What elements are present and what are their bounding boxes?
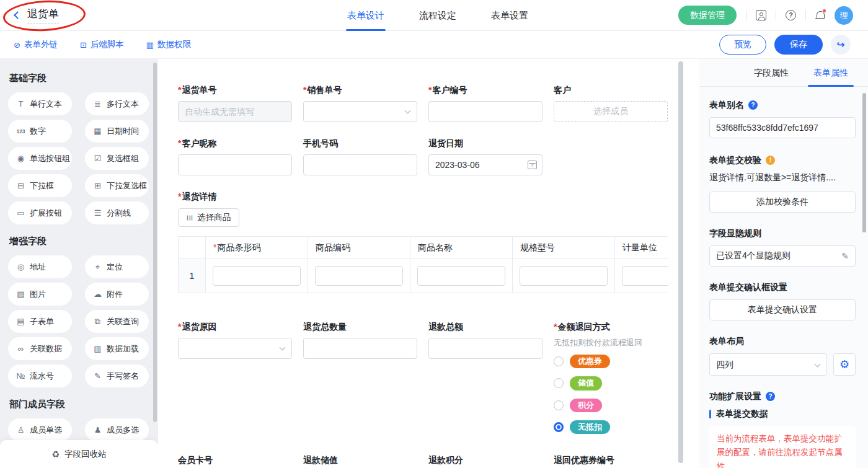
add-validation-button[interactable]: 添加校验条件 (709, 192, 856, 213)
field-pill-serial-number[interactable]: №流水号 (8, 364, 72, 387)
tab-flow-setting[interactable]: 流程设定 (419, 0, 456, 31)
avatar[interactable]: 理 (835, 6, 853, 25)
field-pill-member-multi[interactable]: ♟成员多选 (85, 418, 149, 441)
field-pill-subform[interactable]: ▤子表单 (8, 310, 72, 333)
section-marker (709, 410, 711, 418)
radio-unchecked-icon[interactable] (554, 356, 564, 366)
visibility-rules-box[interactable]: 已设置4个显隐规则 ✎ (709, 245, 856, 267)
field-return-no[interactable]: *退货单号 (178, 85, 292, 122)
field-pill-extend-button[interactable]: ▭扩展按钮 (8, 201, 72, 224)
nickname-input[interactable] (178, 154, 292, 175)
total-qty-input[interactable] (303, 338, 417, 359)
panel-scrollbar-thumb[interactable] (862, 93, 866, 232)
help-circle-icon[interactable] (748, 100, 758, 110)
field-total-qty[interactable]: 退货总数量 (303, 322, 417, 359)
form-layout-title: 表单布局 (709, 335, 856, 347)
radio-checked-icon[interactable] (554, 422, 564, 432)
layout-select[interactable]: 四列 (709, 353, 827, 376)
field-pill-multi-line-text[interactable]: ≣多行文本 (85, 92, 149, 115)
panel-tabs: 字段属性 表单属性 (699, 59, 868, 87)
notification-bell-icon[interactable] (815, 11, 825, 20)
product-code-cell-input[interactable] (315, 266, 403, 286)
contacts-icon[interactable] (756, 10, 766, 20)
header-actions: 数据管理 理 (678, 6, 868, 25)
return-date-input[interactable] (428, 154, 542, 175)
customer-no-input[interactable] (428, 101, 542, 122)
data-manage-button[interactable]: 数据管理 (678, 6, 737, 25)
tab-form-design[interactable]: 表单设计 (347, 0, 384, 31)
field-pill-radio-group[interactable]: ◉单选按钮组 (8, 147, 72, 170)
field-member-card[interactable]: 会员卡号 (178, 455, 292, 468)
backend-script-link[interactable]: ⊡ 后端脚本 (80, 39, 124, 50)
form-external-link[interactable]: ⊘ 表单外链 (14, 39, 58, 50)
field-phone[interactable]: 手机号码 (303, 138, 417, 175)
reason-select[interactable] (178, 338, 292, 359)
product-name-cell-input[interactable] (417, 266, 505, 286)
field-pill-location[interactable]: ⌖定位 (85, 255, 149, 278)
field-pill-image[interactable]: ▧图片 (8, 283, 72, 306)
field-nickname[interactable]: *客户昵称 (178, 138, 292, 175)
option-no-deduction[interactable]: 无抵扣 (554, 420, 668, 434)
sidebar-scrollbar-thumb[interactable] (153, 63, 157, 422)
share-button[interactable]: ↪ (831, 35, 851, 55)
field-customer[interactable]: 客户 选择成员 (554, 85, 668, 122)
phone-input[interactable] (303, 154, 417, 175)
data-permission-link[interactable]: ▥ 数据权限 (146, 39, 191, 50)
coupon-tag: 优惠券 (570, 355, 610, 368)
option-stored-value[interactable]: 储值 (554, 376, 668, 390)
field-pill-multi-dropdown[interactable]: ⊞下拉复选框 (85, 174, 149, 197)
field-refund-points[interactable]: 退款积分 (428, 455, 542, 468)
submit-confirm-button[interactable]: 表单提交确认设置 (709, 299, 856, 320)
radio-unchecked-icon[interactable] (554, 378, 564, 388)
canvas-scrollbar-thumb[interactable] (678, 61, 683, 463)
field-pill-data-load[interactable]: ▥数据加载 (85, 337, 149, 360)
radio-unchecked-icon[interactable] (554, 400, 564, 410)
field-pill-divider[interactable]: ☰分割线 (85, 201, 149, 224)
spec-model-cell-input[interactable] (520, 266, 608, 286)
field-refund-total[interactable]: 退款总额 (428, 322, 542, 359)
field-pill-single-line-text[interactable]: T单行文本 (8, 92, 72, 115)
refund-total-input[interactable] (428, 338, 542, 359)
field-pill-linked-query[interactable]: ⧉关联查询 (85, 310, 149, 333)
field-refund-stored[interactable]: 退款储值 (303, 455, 417, 468)
edit-pencil-icon[interactable]: ✎ (841, 251, 849, 261)
barcode-cell-input[interactable] (213, 266, 301, 286)
sales-no-select[interactable] (303, 101, 417, 122)
preview-button[interactable]: 预览 (719, 35, 766, 55)
calendar-icon[interactable] (528, 161, 537, 169)
field-customer-no[interactable]: *客户编号 (428, 85, 542, 122)
field-return-date[interactable]: 退货日期 (428, 138, 542, 175)
help-circle-icon[interactable] (766, 392, 775, 401)
select-member-box[interactable]: 选择成员 (554, 101, 668, 122)
option-points[interactable]: 积分 (554, 399, 668, 412)
field-pill-linked-data[interactable]: ∞关联数据 (8, 337, 72, 360)
field-pill-number[interactable]: 123数字 (8, 120, 72, 143)
field-pill-checkbox-group[interactable]: ☑复选框组 (85, 147, 149, 170)
field-pill-address[interactable]: ◎地址 (8, 255, 72, 278)
field-pill-member-single[interactable]: ♙成员单选 (8, 418, 72, 441)
unit-cell-input[interactable] (622, 266, 668, 286)
save-button[interactable]: 保存 (774, 35, 823, 55)
form-alias-input[interactable] (709, 117, 856, 138)
tab-form-setting[interactable]: 表单设置 (491, 0, 528, 31)
layout-settings-button[interactable]: ⚙ (833, 353, 856, 376)
tab-form-properties[interactable]: 表单属性 (813, 59, 848, 87)
no-deduction-tag: 无抵扣 (570, 420, 610, 434)
select-product-button[interactable]: ☰ 选择商品 (178, 208, 239, 227)
linked-query-icon: ⧉ (93, 317, 102, 327)
field-sales-no[interactable]: *销售单号 (303, 85, 417, 122)
field-pill-dropdown[interactable]: ⊟下拉框 (8, 174, 72, 197)
single-line-text-icon: T (16, 99, 25, 108)
tab-field-properties[interactable]: 字段属性 (754, 59, 789, 87)
help-icon[interactable] (786, 10, 796, 20)
field-pill-signature[interactable]: ✎手写签名 (85, 364, 149, 387)
col-product-code: 商品编码 (308, 237, 410, 259)
field-recycle-bin[interactable]: ♻ 字段回收站 (0, 440, 158, 468)
return-no-input[interactable] (178, 101, 292, 122)
field-reason[interactable]: *退货原因 (178, 322, 292, 359)
field-coupon-no[interactable]: 退回优惠券编号 (554, 455, 668, 468)
field-pill-datetime[interactable]: ▦日期时间 (85, 120, 149, 143)
field-pill-attachment[interactable]: ☁附件 (85, 283, 149, 306)
option-coupon[interactable]: 优惠券 (554, 355, 668, 368)
back-button[interactable]: 退货单 (0, 7, 59, 24)
